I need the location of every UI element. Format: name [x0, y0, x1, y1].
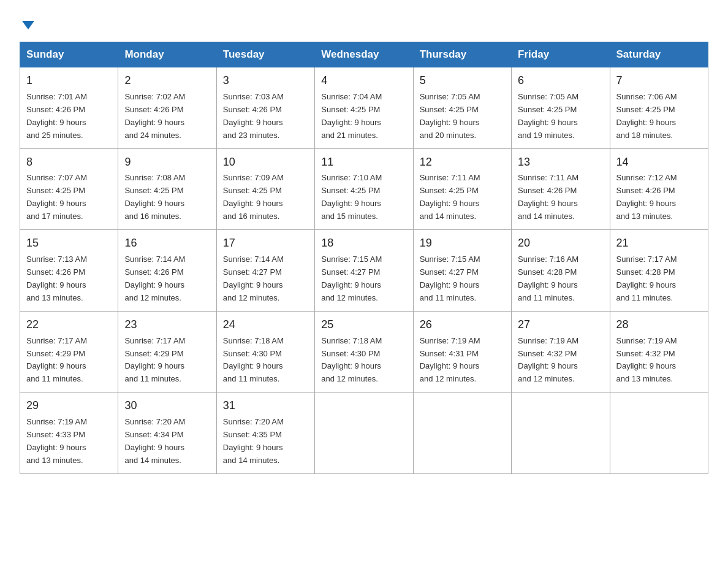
day-info: Sunrise: 7:04 AMSunset: 4:25 PMDaylight:…	[321, 92, 382, 140]
day-number: 22	[26, 316, 112, 334]
day-number: 26	[420, 316, 505, 334]
calendar-cell-week4-day5: 27 Sunrise: 7:19 AMSunset: 4:32 PMDaylig…	[512, 311, 610, 393]
logo-triangle-icon	[22, 21, 34, 29]
day-number: 10	[223, 154, 308, 171]
day-info: Sunrise: 7:09 AMSunset: 4:25 PMDaylight:…	[223, 173, 284, 221]
day-number: 24	[223, 316, 308, 334]
day-info: Sunrise: 7:18 AMSunset: 4:30 PMDaylight:…	[321, 336, 382, 384]
calendar-cell-week5-day6	[610, 393, 708, 474]
calendar-week-2: 8 Sunrise: 7:07 AMSunset: 4:25 PMDayligh…	[20, 148, 708, 230]
day-info: Sunrise: 7:14 AMSunset: 4:27 PMDaylight:…	[223, 255, 284, 302]
day-number: 1	[26, 72, 112, 90]
day-info: Sunrise: 7:15 AMSunset: 4:27 PMDaylight:…	[420, 255, 480, 302]
header-thursday: Thursday	[413, 42, 511, 67]
day-number: 8	[26, 154, 112, 171]
calendar-cell-week1-day0: 1 Sunrise: 7:01 AMSunset: 4:26 PMDayligh…	[20, 67, 118, 149]
day-number: 31	[223, 397, 308, 415]
calendar-cell-week1-day6: 7 Sunrise: 7:06 AMSunset: 4:25 PMDayligh…	[610, 67, 708, 149]
day-number: 9	[124, 154, 210, 171]
day-info: Sunrise: 7:11 AMSunset: 4:26 PMDaylight:…	[518, 173, 578, 221]
day-number: 30	[124, 397, 210, 415]
day-info: Sunrise: 7:11 AMSunset: 4:25 PMDaylight:…	[420, 173, 480, 221]
day-info: Sunrise: 7:12 AMSunset: 4:26 PMDaylight:…	[616, 173, 677, 221]
day-info: Sunrise: 7:05 AMSunset: 4:25 PMDaylight:…	[420, 92, 480, 140]
calendar-cell-week1-day4: 5 Sunrise: 7:05 AMSunset: 4:25 PMDayligh…	[413, 67, 511, 149]
day-number: 18	[321, 235, 406, 252]
day-number: 19	[420, 235, 505, 252]
calendar-cell-week5-day1: 30 Sunrise: 7:20 AMSunset: 4:34 PMDaylig…	[118, 393, 216, 474]
day-info: Sunrise: 7:02 AMSunset: 4:26 PMDaylight:…	[124, 92, 185, 140]
calendar-cell-week1-day1: 2 Sunrise: 7:02 AMSunset: 4:26 PMDayligh…	[118, 67, 216, 149]
day-number: 11	[321, 154, 406, 171]
logo	[20, 15, 34, 32]
calendar-cell-week2-day0: 8 Sunrise: 7:07 AMSunset: 4:25 PMDayligh…	[20, 148, 118, 230]
calendar-cell-week3-day1: 16 Sunrise: 7:14 AMSunset: 4:26 PMDaylig…	[118, 230, 216, 312]
calendar-cell-week2-day2: 10 Sunrise: 7:09 AMSunset: 4:25 PMDaylig…	[216, 148, 314, 230]
header-sunday: Sunday	[20, 42, 118, 67]
day-info: Sunrise: 7:18 AMSunset: 4:30 PMDaylight:…	[223, 336, 284, 384]
calendar-cell-week3-day3: 18 Sunrise: 7:15 AMSunset: 4:27 PMDaylig…	[315, 230, 413, 312]
calendar-cell-week1-day5: 6 Sunrise: 7:05 AMSunset: 4:25 PMDayligh…	[512, 67, 610, 149]
calendar-cell-week2-day3: 11 Sunrise: 7:10 AMSunset: 4:25 PMDaylig…	[315, 148, 413, 230]
calendar-cell-week3-day4: 19 Sunrise: 7:15 AMSunset: 4:27 PMDaylig…	[413, 230, 511, 312]
calendar-cell-week3-day6: 21 Sunrise: 7:17 AMSunset: 4:28 PMDaylig…	[610, 230, 708, 312]
day-info: Sunrise: 7:06 AMSunset: 4:25 PMDaylight:…	[616, 92, 677, 140]
day-number: 12	[420, 154, 505, 171]
day-number: 15	[26, 235, 112, 252]
day-number: 29	[26, 397, 112, 415]
day-number: 25	[321, 316, 406, 334]
day-number: 13	[518, 154, 603, 171]
day-number: 21	[616, 235, 702, 252]
day-number: 14	[616, 154, 702, 171]
day-info: Sunrise: 7:14 AMSunset: 4:26 PMDaylight:…	[124, 255, 185, 302]
calendar-cell-week5-day2: 31 Sunrise: 7:20 AMSunset: 4:35 PMDaylig…	[216, 393, 314, 474]
calendar-cell-week5-day3	[315, 393, 413, 474]
calendar-cell-week5-day5	[512, 393, 610, 474]
day-number: 4	[321, 72, 406, 90]
day-info: Sunrise: 7:15 AMSunset: 4:27 PMDaylight:…	[321, 255, 382, 302]
day-number: 16	[124, 235, 210, 252]
day-info: Sunrise: 7:17 AMSunset: 4:28 PMDaylight:…	[616, 255, 677, 302]
day-number: 3	[223, 72, 308, 90]
calendar-cell-week2-day4: 12 Sunrise: 7:11 AMSunset: 4:25 PMDaylig…	[413, 148, 511, 230]
calendar-header-row: SundayMondayTuesdayWednesdayThursdayFrid…	[20, 42, 708, 67]
day-info: Sunrise: 7:05 AMSunset: 4:25 PMDaylight:…	[518, 92, 578, 140]
calendar-cell-week5-day4	[413, 393, 511, 474]
calendar-table: SundayMondayTuesdayWednesdayThursdayFrid…	[20, 42, 708, 474]
calendar-week-1: 1 Sunrise: 7:01 AMSunset: 4:26 PMDayligh…	[20, 67, 708, 149]
calendar-cell-week4-day0: 22 Sunrise: 7:17 AMSunset: 4:29 PMDaylig…	[20, 311, 118, 393]
day-number: 20	[518, 235, 603, 252]
day-info: Sunrise: 7:17 AMSunset: 4:29 PMDaylight:…	[26, 336, 87, 384]
calendar-cell-week2-day5: 13 Sunrise: 7:11 AMSunset: 4:26 PMDaylig…	[512, 148, 610, 230]
logo-general-line	[20, 15, 34, 32]
calendar-cell-week4-day6: 28 Sunrise: 7:19 AMSunset: 4:32 PMDaylig…	[610, 311, 708, 393]
page-header	[20, 15, 708, 32]
day-number: 7	[616, 72, 702, 90]
day-info: Sunrise: 7:10 AMSunset: 4:25 PMDaylight:…	[321, 173, 382, 221]
day-info: Sunrise: 7:03 AMSunset: 4:26 PMDaylight:…	[223, 92, 284, 140]
calendar-cell-week3-day2: 17 Sunrise: 7:14 AMSunset: 4:27 PMDaylig…	[216, 230, 314, 312]
calendar-cell-week2-day6: 14 Sunrise: 7:12 AMSunset: 4:26 PMDaylig…	[610, 148, 708, 230]
day-info: Sunrise: 7:19 AMSunset: 4:32 PMDaylight:…	[518, 336, 578, 384]
header-saturday: Saturday	[610, 42, 708, 67]
day-info: Sunrise: 7:19 AMSunset: 4:33 PMDaylight:…	[26, 417, 87, 465]
calendar-week-3: 15 Sunrise: 7:13 AMSunset: 4:26 PMDaylig…	[20, 230, 708, 312]
calendar-week-5: 29 Sunrise: 7:19 AMSunset: 4:33 PMDaylig…	[20, 393, 708, 474]
day-info: Sunrise: 7:19 AMSunset: 4:32 PMDaylight:…	[616, 336, 677, 384]
day-info: Sunrise: 7:17 AMSunset: 4:29 PMDaylight:…	[124, 336, 185, 384]
calendar-cell-week1-day2: 3 Sunrise: 7:03 AMSunset: 4:26 PMDayligh…	[216, 67, 314, 149]
day-info: Sunrise: 7:08 AMSunset: 4:25 PMDaylight:…	[124, 173, 185, 221]
day-info: Sunrise: 7:19 AMSunset: 4:31 PMDaylight:…	[420, 336, 480, 384]
calendar-week-4: 22 Sunrise: 7:17 AMSunset: 4:29 PMDaylig…	[20, 311, 708, 393]
header-wednesday: Wednesday	[315, 42, 413, 67]
day-info: Sunrise: 7:16 AMSunset: 4:28 PMDaylight:…	[518, 255, 578, 302]
calendar-cell-week4-day2: 24 Sunrise: 7:18 AMSunset: 4:30 PMDaylig…	[216, 311, 314, 393]
day-number: 27	[518, 316, 603, 334]
day-number: 6	[518, 72, 603, 90]
calendar-cell-week3-day5: 20 Sunrise: 7:16 AMSunset: 4:28 PMDaylig…	[512, 230, 610, 312]
day-info: Sunrise: 7:07 AMSunset: 4:25 PMDaylight:…	[26, 173, 87, 221]
day-info: Sunrise: 7:20 AMSunset: 4:34 PMDaylight:…	[124, 417, 185, 465]
day-number: 28	[616, 316, 702, 334]
calendar-cell-week1-day3: 4 Sunrise: 7:04 AMSunset: 4:25 PMDayligh…	[315, 67, 413, 149]
calendar-cell-week4-day4: 26 Sunrise: 7:19 AMSunset: 4:31 PMDaylig…	[413, 311, 511, 393]
